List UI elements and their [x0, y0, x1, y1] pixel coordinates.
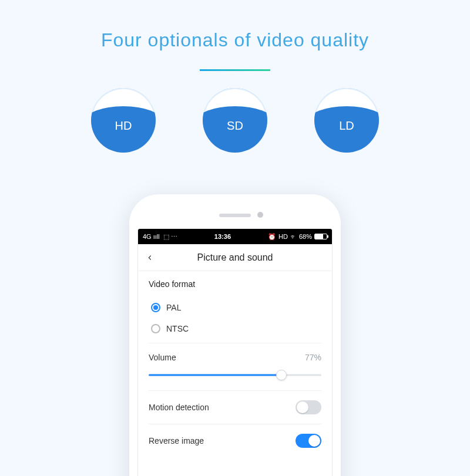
- status-hd: HD: [278, 233, 288, 240]
- status-time: 13:36: [181, 233, 264, 240]
- volume-value: 77%: [305, 353, 321, 362]
- radio-label: PAL: [166, 303, 181, 312]
- phone-screen: 4G ııll ⬚ ⋯ 13:36 ⏰ HD ᯤ 68% Picture and…: [137, 228, 333, 476]
- quality-bubble-ld: LD: [314, 88, 379, 153]
- wifi-icon: ᯤ: [290, 233, 297, 240]
- headline-underline: [200, 69, 270, 71]
- quality-bubble-label: HD: [91, 88, 156, 153]
- phone-frame: 4G ııll ⬚ ⋯ 13:36 ⏰ HD ᯤ 68% Picture and…: [129, 194, 341, 476]
- nav-bar: Picture and sound: [138, 244, 332, 271]
- alarm-icon: ⏰: [268, 233, 276, 241]
- phone-camera: [257, 212, 263, 218]
- quality-bubble-sd: SD: [203, 88, 267, 153]
- reverse-image-toggle[interactable]: [296, 434, 321, 448]
- radio-pal[interactable]: PAL: [149, 297, 321, 318]
- radio-icon: [151, 324, 160, 333]
- reverse-image-label: Reverse image: [149, 436, 204, 445]
- volume-label: Volume: [149, 353, 176, 362]
- volume-slider[interactable]: [149, 369, 321, 381]
- radio-ntsc[interactable]: NTSC: [149, 318, 321, 339]
- radio-icon: [151, 303, 160, 312]
- status-android-icons: ⬚ ⋯: [163, 233, 177, 241]
- quality-bubbles: HD SD LD: [0, 88, 470, 153]
- status-bar: 4G ııll ⬚ ⋯ 13:36 ⏰ HD ᯤ 68%: [138, 229, 332, 244]
- phone-speaker: [219, 214, 251, 217]
- video-format-label: Video format: [149, 279, 321, 289]
- quality-bubble-hd: HD: [91, 88, 156, 153]
- motion-detection-label: Motion detection: [149, 403, 209, 412]
- page-title: Picture and sound: [138, 252, 332, 263]
- radio-label: NTSC: [166, 324, 189, 333]
- battery-icon: [314, 234, 327, 239]
- status-battery-pct: 68%: [299, 233, 312, 240]
- phone-top: [137, 202, 333, 228]
- motion-detection-toggle[interactable]: [296, 400, 321, 414]
- quality-bubble-label: SD: [203, 88, 267, 153]
- quality-bubble-label: LD: [314, 88, 379, 153]
- headline: Four optionals of video quality: [0, 29, 470, 51]
- back-button[interactable]: [138, 244, 162, 271]
- status-signal: 4G ııll: [143, 233, 160, 240]
